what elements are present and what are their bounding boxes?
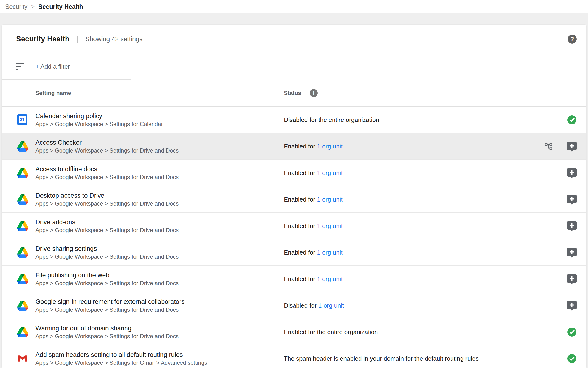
recommendation-icon[interactable] [567, 142, 577, 153]
google-drive-icon [17, 141, 28, 152]
setting-text-cell: Drive sharing settings Apps > Google Wor… [35, 244, 179, 260]
setting-app-icon-cell: 31 [17, 221, 28, 231]
table-header: Setting name Status i [2, 80, 586, 107]
setting-text-cell: Access to offline docs Apps > Google Wor… [35, 165, 179, 181]
setting-status: Enabled for the entire organization [284, 328, 378, 336]
setting-text-cell: Desktop access to Drive Apps > Google Wo… [35, 191, 179, 207]
table-row[interactable]: 31 File publishing on the web Apps > Goo… [2, 266, 586, 292]
help-icon[interactable]: ? [568, 35, 577, 44]
google-drive-icon [17, 301, 28, 311]
setting-status: Disabled for 1 org unit [284, 302, 344, 309]
setting-status: Enabled for 1 org unit [284, 169, 343, 176]
gmail-icon [17, 354, 28, 363]
table-row[interactable]: 31 Google sign-in requirement for extern… [2, 292, 586, 319]
setting-text-cell: Access Checker Apps > Google Workspace >… [35, 138, 179, 154]
recommendation-icon[interactable] [567, 248, 577, 258]
recommendation-icon[interactable] [567, 168, 577, 179]
org-unit-link[interactable]: 1 org unit [317, 169, 342, 176]
recommendation-icon[interactable] [567, 221, 577, 232]
setting-name: Add spam headers setting to all default … [35, 350, 207, 359]
setting-path: Apps > Google Workspace > Settings for D… [35, 253, 179, 260]
setting-app-icon-cell: 31 [17, 167, 28, 178]
setting-app-icon-cell: 31 [17, 194, 28, 205]
status-ok-icon [567, 354, 577, 363]
recommendation-icon[interactable] [567, 301, 577, 312]
recommendation-icon[interactable] [567, 195, 577, 206]
setting-app-icon-cell: 31 [17, 274, 28, 285]
table-row[interactable]: 31 Calendar sharing policy Apps > Google… [2, 107, 586, 133]
table-row[interactable]: 31 Warning for out of domain sharing App… [2, 319, 586, 345]
org-unit-link[interactable]: 1 org unit [317, 143, 342, 150]
google-drive-icon [17, 274, 28, 284]
filter-bar: + Add a filter [2, 54, 586, 80]
setting-text-cell: Add spam headers setting to all default … [35, 350, 207, 367]
breadcrumb-current: Security Health [38, 3, 83, 10]
table-row[interactable]: 31 Access Checker Apps > Google Workspac… [2, 133, 586, 160]
status-ok-icon [567, 115, 577, 125]
setting-path: Apps > Google Workspace > Settings for D… [35, 332, 179, 340]
recommendation-icon[interactable] [567, 274, 577, 285]
setting-text-cell: Warning for out of domain sharing Apps >… [35, 324, 179, 340]
org-unit-link[interactable]: 1 org unit [317, 196, 342, 203]
filter-icon[interactable] [16, 63, 24, 70]
status-text: Enabled for [284, 169, 317, 176]
status-column-header: Status i [284, 89, 318, 97]
breadcrumb-separator-icon: > [31, 3, 35, 10]
setting-status: Enabled for 1 org unit [284, 222, 343, 230]
title-divider: | [77, 35, 78, 43]
security-health-card: Security Health | Showing 42 settings ? … [2, 25, 586, 368]
setting-path: Apps > Google Workspace > Settings for C… [35, 120, 163, 128]
status-text: Enabled for [284, 222, 317, 229]
google-drive-icon [17, 221, 28, 231]
info-icon[interactable]: i [310, 89, 318, 97]
setting-name: Drive sharing settings [35, 244, 179, 253]
setting-app-icon-cell: 31 [17, 327, 28, 337]
org-unit-link[interactable]: 1 org unit [317, 275, 342, 282]
org-unit-link[interactable]: 1 org unit [317, 249, 342, 256]
status-text: Disabled for the entire organization [284, 116, 379, 123]
google-drive-icon [17, 168, 28, 178]
setting-name: Access to offline docs [35, 165, 179, 173]
setting-path: Apps > Google Workspace > Settings for D… [35, 279, 179, 287]
google-drive-icon [17, 248, 28, 258]
setting-name: Access Checker [35, 138, 179, 147]
table-row[interactable]: 31 Access to offline docs Apps > Google … [2, 160, 586, 186]
setting-status: Enabled for 1 org unit [284, 249, 343, 256]
setting-name-column-header: Setting name [35, 90, 71, 96]
table-row[interactable]: 31 Drive add-ons Apps > Google Workspace… [2, 213, 586, 239]
setting-path: Apps > Google Workspace > Settings for D… [35, 226, 179, 234]
status-text: Enabled for [284, 196, 317, 203]
setting-path: Apps > Google Workspace > Settings for D… [35, 147, 179, 154]
status-text: Disabled for [284, 302, 318, 309]
setting-status: Enabled for 1 org unit [284, 275, 343, 283]
setting-name: Calendar sharing policy [35, 112, 163, 120]
status-text: The spam header is enabled in your domai… [284, 355, 479, 362]
settings-table-body: 31 Calendar sharing policy Apps > Google… [2, 107, 586, 368]
setting-name: File publishing on the web [35, 271, 179, 279]
breadcrumb: Security > Security Health [0, 0, 588, 13]
google-drive-icon [17, 194, 28, 205]
setting-name: Drive add-ons [35, 218, 179, 226]
setting-name: Google sign-in requirement for external … [35, 297, 184, 306]
add-filter-button[interactable]: + Add a filter [35, 63, 70, 70]
setting-name: Desktop access to Drive [35, 191, 179, 200]
setting-status: Enabled for 1 org unit [284, 143, 343, 150]
setting-app-icon-cell: 31 [17, 114, 28, 125]
setting-app-icon-cell: 31 [17, 247, 28, 258]
setting-path: Apps > Google Workspace > Settings for D… [35, 200, 179, 207]
setting-app-icon-cell: 31 [17, 353, 28, 364]
org-unit-link[interactable]: 1 org unit [318, 302, 344, 309]
table-row[interactable]: 31 Drive sharing settings Apps > Google … [2, 239, 586, 266]
card-header: Security Health | Showing 42 settings ? [2, 25, 586, 54]
status-text: Enabled for the entire organization [284, 328, 378, 335]
setting-app-icon-cell: 31 [17, 141, 28, 152]
google-drive-icon [17, 327, 28, 337]
breadcrumb-parent[interactable]: Security [5, 3, 27, 10]
status-ok-icon [567, 327, 577, 337]
table-row[interactable]: 31 Add spam headers setting to all defau… [2, 345, 586, 368]
table-row[interactable]: 31 Desktop access to Drive Apps > Google… [2, 186, 586, 213]
settings-count: Showing 42 settings [85, 36, 143, 43]
status-text: Enabled for [284, 275, 317, 282]
org-unit-link[interactable]: 1 org unit [317, 222, 342, 229]
setting-app-icon-cell: 31 [17, 300, 28, 311]
